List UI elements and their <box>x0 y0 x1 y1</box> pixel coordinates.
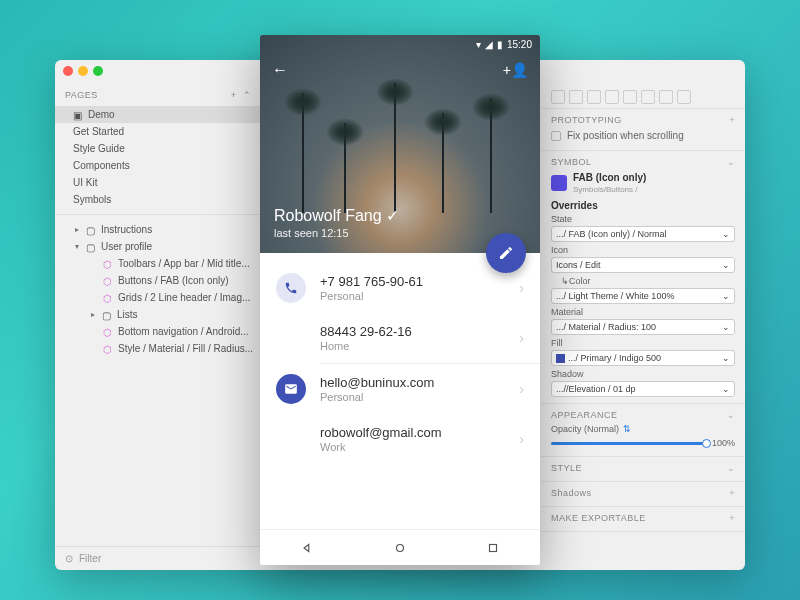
layer-toolbars[interactable]: ⬡Toolbars / App bar / Mid title... <box>55 255 261 272</box>
page-symbols[interactable]: Symbols <box>55 191 261 208</box>
align-right-icon[interactable] <box>587 90 601 104</box>
contact-list: +7 981 765-90-61Personal › 88443 29-62-1… <box>260 253 540 529</box>
filter-label: Filter <box>79 553 101 564</box>
add-icon[interactable]: + <box>729 513 735 523</box>
profile-hero: ▾ ◢ ▮ 15:20 ← +👤 Robowolf Fang ✓ last se… <box>260 35 540 253</box>
home-nav-icon[interactable] <box>393 541 407 555</box>
add-icon[interactable]: + <box>729 488 735 498</box>
edit-icon <box>498 245 514 261</box>
phone-mockup: ▾ ◢ ▮ 15:20 ← +👤 Robowolf Fang ✓ last se… <box>260 35 540 565</box>
shadow-dropdown[interactable]: ...//Elevation / 01 dp⌄ <box>551 381 735 397</box>
layers-tree: ▸▢Instructions ▾▢User profile ⬡Toolbars … <box>55 214 261 363</box>
shadows-label: Shadows <box>551 488 592 498</box>
prototyping-label: PROTOTYPING <box>551 115 622 125</box>
state-dropdown[interactable]: .../ FAB (Icon only) / Normal⌄ <box>551 226 735 242</box>
android-navbar <box>260 529 540 565</box>
color-dropdown[interactable]: .../ Light Theme / White 100%⌄ <box>551 288 735 304</box>
clock: 15:20 <box>507 39 532 50</box>
svg-rect-1 <box>490 544 497 551</box>
svg-point-0 <box>396 544 403 551</box>
contact-row-email-personal[interactable]: hello@buninux.comPersonal › <box>260 364 540 414</box>
page-demo[interactable]: ▣Demo <box>55 106 261 123</box>
pages-label: PAGES <box>65 90 98 100</box>
last-seen: last seen 12:15 <box>274 227 399 239</box>
fill-dropdown[interactable]: .../ Primary / Indigo 500⌄ <box>551 350 735 366</box>
exportable-label: MAKE EXPORTABLE <box>551 513 646 523</box>
right-panel: PROTOTYPING+ Fix position when scrolling… <box>541 60 745 570</box>
page-components[interactable]: Components <box>55 157 261 174</box>
layer-grids[interactable]: ⬡Grids / 2 Line header / Imag... <box>55 289 261 306</box>
fab-edit-button[interactable] <box>486 233 526 273</box>
symbol-swatch <box>551 175 567 191</box>
material-dropdown[interactable]: .../ Material / Radius: 100⌄ <box>551 319 735 335</box>
fix-position-checkbox[interactable]: Fix position when scrolling <box>551 127 735 144</box>
chevron-right-icon: › <box>519 280 524 296</box>
chevron-down-icon[interactable]: ⌄ <box>727 157 736 167</box>
minimize-window-button[interactable] <box>78 66 88 76</box>
icon-dropdown[interactable]: Icons / Edit⌄ <box>551 257 735 273</box>
align-top-icon[interactable] <box>605 90 619 104</box>
mail-icon <box>276 374 306 404</box>
collapse-pages-icon[interactable]: ⌃ <box>243 90 252 100</box>
phone-icon <box>276 273 306 303</box>
align-center-icon[interactable] <box>569 90 583 104</box>
contact-row-phone-home[interactable]: 88443 29-62-16Home › <box>260 313 540 363</box>
distribute-v-icon[interactable] <box>677 90 691 104</box>
pages-list: ▣Demo Get Started Style Guide Components… <box>55 104 261 214</box>
pages-section-header: PAGES + ⌃ <box>55 86 261 104</box>
battery-icon: ▮ <box>497 39 503 50</box>
overrides-label: Overrides <box>551 197 735 211</box>
back-nav-icon[interactable] <box>300 541 314 555</box>
page-ui-kit[interactable]: UI Kit <box>55 174 261 191</box>
add-page-icon[interactable]: + <box>231 90 237 100</box>
signal-icon: ◢ <box>485 39 493 50</box>
align-middle-icon[interactable] <box>623 90 637 104</box>
symbol-row[interactable]: FAB (Icon only)Symbols/Buttons / <box>551 169 735 197</box>
chevron-right-icon: › <box>519 431 524 447</box>
appearance-label: APPEARANCE <box>551 410 618 420</box>
profile-name: Robowolf Fang ✓ <box>274 206 399 225</box>
distribute-h-icon[interactable] <box>659 90 673 104</box>
recent-nav-icon[interactable] <box>486 541 500 555</box>
contact-row-email-work[interactable]: robowolf@gmail.comWork › <box>260 414 540 464</box>
chevron-right-icon: › <box>519 381 524 397</box>
page-get-started[interactable]: Get Started <box>55 123 261 140</box>
opacity-mode-icon[interactable]: ⇅ <box>623 424 631 434</box>
opacity-slider[interactable] <box>551 442 708 445</box>
wifi-icon: ▾ <box>476 39 481 50</box>
left-panel: PAGES + ⌃ ▣Demo Get Started Style Guide … <box>55 60 261 570</box>
align-bottom-icon[interactable] <box>641 90 655 104</box>
layer-style-material[interactable]: ⬡Style / Material / Fill / Radius... <box>55 340 261 357</box>
filter-row[interactable]: ⊙ Filter <box>55 546 261 570</box>
symbol-label: SYMBOL <box>551 157 592 167</box>
layer-bottom-nav[interactable]: ⬡Bottom navigation / Android... <box>55 323 261 340</box>
align-toolbar <box>541 86 745 109</box>
opacity-value: 100% <box>712 438 735 448</box>
add-icon[interactable]: + <box>729 115 735 125</box>
layer-lists[interactable]: ▸▢Lists <box>55 306 261 323</box>
layer-fab[interactable]: ⬡Buttons / FAB (Icon only) <box>55 272 261 289</box>
page-style-guide[interactable]: Style Guide <box>55 140 261 157</box>
back-icon[interactable]: ← <box>272 61 288 79</box>
chevron-down-icon[interactable]: ⌄ <box>727 410 736 420</box>
chevron-right-icon: › <box>519 330 524 346</box>
filter-icon: ⊙ <box>65 553 73 564</box>
status-bar: ▾ ◢ ▮ 15:20 <box>468 35 540 54</box>
align-left-icon[interactable] <box>551 90 565 104</box>
zoom-window-button[interactable] <box>93 66 103 76</box>
style-label: STYLE <box>551 463 582 473</box>
layer-user-profile[interactable]: ▾▢User profile <box>55 238 261 255</box>
close-window-button[interactable] <box>63 66 73 76</box>
layer-instructions[interactable]: ▸▢Instructions <box>55 221 261 238</box>
add-person-icon[interactable]: +👤 <box>503 62 528 78</box>
